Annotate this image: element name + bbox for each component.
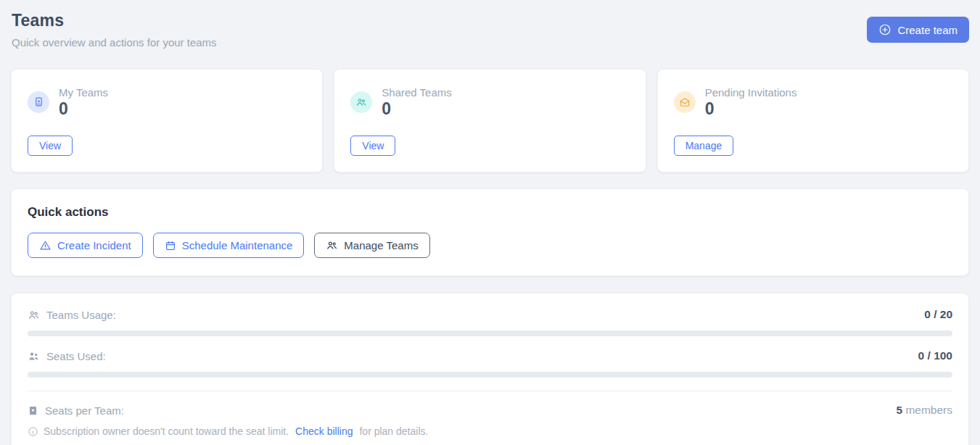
usage-card: Teams Usage: 0 / 20 Seats Used: 0 / 100: [11, 293, 969, 445]
page-heading-block: Teams Quick overview and actions for you…: [12, 11, 217, 49]
users-icon: [326, 239, 338, 251]
my-teams-card: My Teams 0 View: [11, 69, 323, 172]
teams-usage-progressbar: [28, 330, 952, 336]
manage-invitations-button[interactable]: Manage: [674, 136, 734, 156]
seats-used-value: 0 / 100: [918, 349, 952, 362]
seats-per-team-value: 5 members: [896, 404, 952, 417]
id-badge-icon: [28, 91, 49, 113]
user-group-outline-icon: [28, 309, 40, 321]
page-title: Teams: [12, 11, 217, 30]
stat-value: 0: [59, 101, 108, 117]
stat-label: My Teams: [59, 86, 108, 99]
stat-cards-row: My Teams 0 View Shared Teams 0: [11, 69, 969, 172]
create-team-label: Create team: [897, 24, 958, 36]
page-subtitle: Quick overview and actions for your team…: [12, 36, 217, 49]
teams-usage-value: 0 / 20: [924, 308, 952, 321]
note-text: Subscription owner doesn't count toward …: [44, 425, 289, 437]
envelope-icon: [674, 91, 696, 113]
quick-actions-card: Quick actions Create Incident Schedule M…: [11, 188, 969, 276]
stat-value: 0: [705, 101, 797, 117]
pending-invitations-card: Pending Invitations 0 Manage: [657, 69, 969, 172]
plus-circle-icon: [878, 23, 892, 36]
divider: [28, 391, 952, 391]
warning-triangle-icon: [39, 239, 52, 251]
schedule-maintenance-button[interactable]: Schedule Maintenance: [153, 233, 305, 258]
page-header: Teams Quick overview and actions for you…: [0, 0, 980, 49]
seats-per-team-row: Seats per Team: 5 members: [28, 404, 952, 417]
seats-used-label: Seats Used:: [46, 350, 106, 362]
stat-value: 0: [382, 101, 451, 117]
seat-limit-note: Subscription owner doesn't count toward …: [28, 425, 952, 437]
seats-per-team-label: Seats per Team:: [45, 404, 124, 417]
check-billing-link[interactable]: Check billing: [295, 425, 353, 437]
users-icon: [350, 91, 372, 113]
view-shared-teams-button[interactable]: View: [350, 136, 395, 156]
teams-usage-label: Teams Usage:: [46, 309, 116, 321]
users-filled-icon: [28, 350, 40, 362]
id-badge-filled-icon: [28, 405, 38, 416]
seats-used-progressbar: [28, 372, 952, 378]
view-my-teams-button[interactable]: View: [28, 136, 73, 156]
manage-teams-button[interactable]: Manage Teams: [314, 233, 429, 258]
stat-label: Pending Invitations: [705, 86, 797, 99]
shared-teams-card: Shared Teams 0 View: [334, 69, 646, 172]
info-circle-icon: [28, 426, 38, 437]
seats-used-row: Seats Used: 0 / 100: [28, 349, 952, 362]
create-team-button[interactable]: Create team: [867, 17, 969, 43]
stat-label: Shared Teams: [382, 86, 451, 99]
create-incident-button[interactable]: Create Incident: [28, 233, 143, 258]
teams-usage-row: Teams Usage: 0 / 20: [28, 308, 952, 321]
quick-actions-title: Quick actions: [28, 205, 952, 220]
note-suffix: for plan details.: [359, 425, 428, 437]
calendar-icon: [165, 240, 176, 251]
